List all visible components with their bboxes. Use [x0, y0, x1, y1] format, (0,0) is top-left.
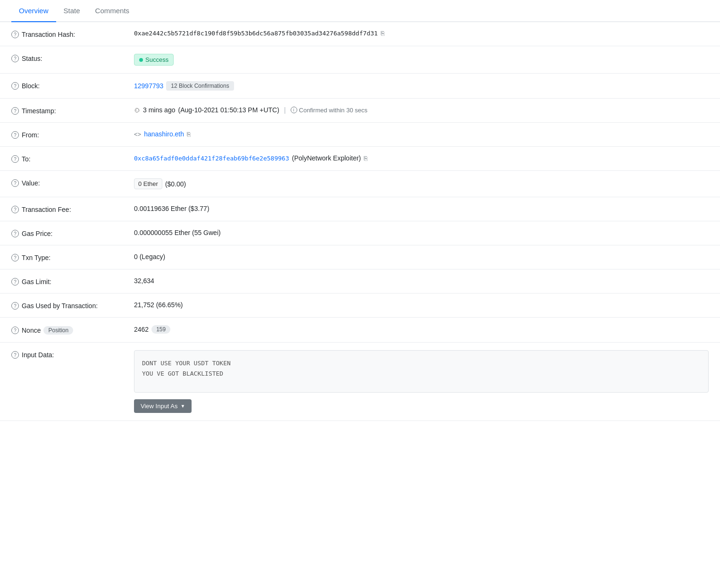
from-address-link[interactable]: hanashiro.eth: [144, 130, 184, 138]
help-icon-gas-price[interactable]: ?: [11, 230, 19, 237]
copy-to-icon[interactable]: ⎘: [364, 155, 368, 162]
label-txn-type: ? Txn Type:: [11, 253, 134, 261]
gas-used-value: 21,752 (66.65%): [134, 301, 183, 309]
value-from: <> hanashiro.eth ⎘: [134, 130, 709, 138]
label-to: ? To:: [11, 154, 134, 163]
label-from: ? From:: [11, 130, 134, 139]
relative-time: 3 mins ago: [143, 106, 175, 114]
clock-icon: ⏲: [134, 107, 140, 114]
row-value: ? Value: 0 Ether ($0.00): [0, 171, 720, 197]
chevron-down-icon: ▼: [181, 403, 185, 409]
value-block: 12997793 12 Block Confirmations: [134, 81, 709, 91]
help-icon-gas-used[interactable]: ?: [11, 302, 19, 310]
code-brackets-icon: <>: [134, 131, 141, 138]
help-icon-tx-fee[interactable]: ?: [11, 206, 19, 213]
help-icon-txn-type[interactable]: ?: [11, 254, 19, 261]
help-icon-input-data[interactable]: ?: [11, 351, 19, 359]
row-block: ? Block: 12997793 12 Block Confirmations: [0, 74, 720, 99]
row-input-data: ? Input Data: DONT USE YOUR USDT TOKEN Y…: [0, 343, 720, 421]
separator: |: [284, 106, 286, 114]
value-input-data: DONT USE YOUR USDT TOKEN YOU VE GOT BLAC…: [134, 350, 709, 413]
help-icon-value[interactable]: ?: [11, 179, 19, 187]
value-nonce: 2462 159: [134, 325, 709, 334]
txn-type-value: 0 (Legacy): [134, 253, 165, 260]
row-status: ? Status: Success: [0, 46, 720, 74]
value-timestamp: ⏲ 3 mins ago (Aug-10-2021 01:50:13 PM +U…: [134, 106, 709, 114]
value-value: 0 Ether ($0.00): [134, 178, 709, 189]
help-icon-tx-hash[interactable]: ?: [11, 31, 19, 38]
row-timestamp: ? Timestamp: ⏲ 3 mins ago (Aug-10-2021 0…: [0, 99, 720, 123]
row-gas-price: ? Gas Price: 0.000000055 Ether (55 Gwei): [0, 221, 720, 245]
help-icon-nonce[interactable]: ?: [11, 327, 19, 334]
block-confirmations-badge: 12 Block Confirmations: [166, 81, 234, 91]
row-gas-limit: ? Gas Limit: 32,634: [0, 269, 720, 294]
value-transaction-fee: 0.00119636 Ether ($3.77): [134, 205, 709, 212]
row-transaction-fee: ? Transaction Fee: 0.00119636 Ether ($3.…: [0, 197, 720, 221]
value-transaction-hash: 0xae2442c5b5721df8c190fd8f59b53b6dc56a87…: [134, 30, 709, 37]
tx-fee-value: 0.00119636 Ether ($3.77): [134, 205, 209, 212]
label-value: ? Value:: [11, 178, 134, 187]
label-transaction-fee: ? Transaction Fee:: [11, 205, 134, 213]
label-timestamp: ? Timestamp:: [11, 106, 134, 115]
input-data-textarea: DONT USE YOUR USDT TOKEN YOU VE GOT BLAC…: [134, 350, 709, 393]
view-input-as-button[interactable]: View Input As ▼: [134, 399, 192, 413]
value-gas-used: 21,752 (66.65%): [134, 301, 709, 309]
label-gas-limit: ? Gas Limit:: [11, 277, 134, 286]
usd-amount: ($0.00): [165, 180, 186, 188]
help-icon-gas-limit[interactable]: ?: [11, 278, 19, 286]
status-dot: [139, 58, 143, 62]
value-to: 0xc8a65fadf0e0ddaf421f28feab69bf6e2e5899…: [134, 154, 709, 162]
absolute-time: (Aug-10-2021 01:50:13 PM +UTC): [178, 106, 279, 114]
value-status: Success: [134, 54, 709, 66]
tab-state[interactable]: State: [56, 0, 88, 22]
tx-hash-value: 0xae2442c5b5721df8c190fd8f59b53b6dc56a87…: [134, 30, 378, 37]
detail-table: ? Transaction Hash: 0xae2442c5b5721df8c1…: [0, 22, 720, 421]
tab-bar: Overview State Comments: [0, 0, 720, 22]
label-gas-used: ? Gas Used by Transaction:: [11, 301, 134, 310]
help-icon-to[interactable]: ?: [11, 155, 19, 163]
value-gas-price: 0.000000055 Ether (55 Gwei): [134, 229, 709, 236]
help-icon-from[interactable]: ?: [11, 131, 19, 139]
gas-limit-value: 32,634: [134, 277, 154, 285]
row-from: ? From: <> hanashiro.eth ⎘: [0, 123, 720, 147]
help-icon-block[interactable]: ?: [11, 82, 19, 90]
label-status: ? Status:: [11, 54, 134, 62]
row-to: ? To: 0xc8a65fadf0e0ddaf421f28feab69bf6e…: [0, 147, 720, 171]
position-badge: Position: [43, 326, 73, 335]
row-nonce: ? Nonce Position 2462 159: [0, 318, 720, 343]
to-label: (PolyNetwork Exploiter): [292, 154, 361, 162]
label-block: ? Block:: [11, 81, 134, 90]
status-badge: Success: [134, 54, 174, 66]
info-icon: i: [291, 107, 297, 113]
label-nonce: ? Nonce Position: [11, 325, 134, 335]
tab-overview[interactable]: Overview: [11, 0, 56, 22]
label-input-data: ? Input Data:: [11, 350, 134, 359]
help-icon-timestamp[interactable]: ?: [11, 107, 19, 115]
to-address-link[interactable]: 0xc8a65fadf0e0ddaf421f28feab69bf6e2e5899…: [134, 155, 289, 162]
block-number-link[interactable]: 12997793: [134, 82, 163, 90]
row-transaction-hash: ? Transaction Hash: 0xae2442c5b5721df8c1…: [0, 22, 720, 46]
value-gas-limit: 32,634: [134, 277, 709, 285]
nonce-position-value: 159: [151, 325, 170, 334]
confirmed-info: i Confirmed within 30 secs: [291, 107, 368, 114]
value-txn-type: 0 (Legacy): [134, 253, 709, 260]
row-gas-used: ? Gas Used by Transaction: 21,752 (66.65…: [0, 294, 720, 318]
copy-tx-hash-icon[interactable]: ⎘: [381, 30, 385, 37]
label-transaction-hash: ? Transaction Hash:: [11, 30, 134, 38]
row-txn-type: ? Txn Type: 0 (Legacy): [0, 245, 720, 269]
ether-amount-badge: 0 Ether: [134, 178, 162, 189]
copy-from-icon[interactable]: ⎘: [187, 131, 191, 138]
gas-price-value: 0.000000055 Ether (55 Gwei): [134, 229, 221, 236]
help-icon-status[interactable]: ?: [11, 55, 19, 62]
tab-comments[interactable]: Comments: [88, 0, 137, 22]
label-gas-price: ? Gas Price:: [11, 229, 134, 237]
nonce-value: 2462: [134, 326, 149, 333]
